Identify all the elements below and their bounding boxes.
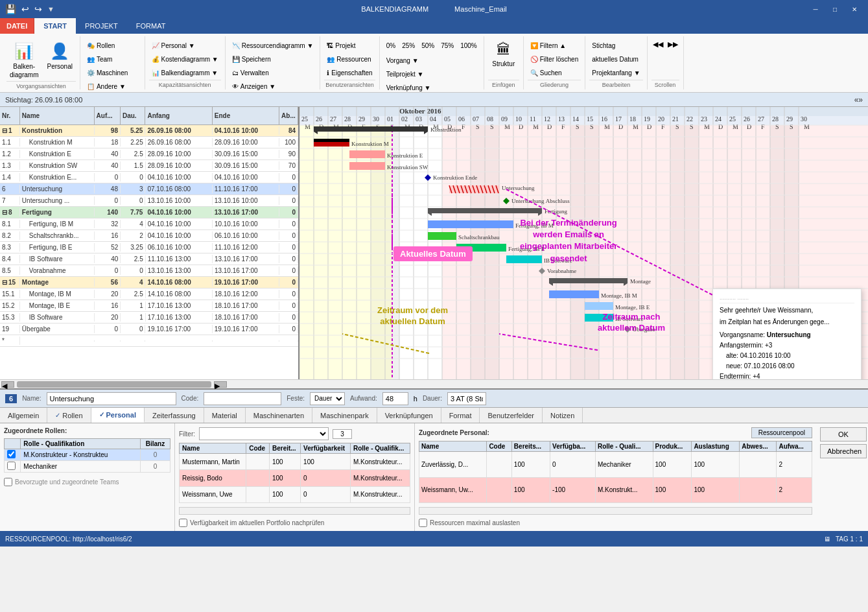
panel-tab-rollen[interactable]: ✓ Rollen bbox=[47, 408, 91, 423]
table-row[interactable]: 8.4 IB Software 40 2.5 11.10.16 13:00 13… bbox=[0, 253, 298, 265]
panel-tab-maschinenarten[interactable]: Maschinenarten bbox=[246, 408, 312, 423]
role-checkbox[interactable] bbox=[7, 462, 16, 470]
ressdiag-button[interactable]: 📉Ressourcendiagramm ▼ bbox=[229, 39, 316, 52]
pct50-button[interactable]: 50% bbox=[419, 39, 437, 52]
personal-kap-button[interactable]: 📈Personal ▼ bbox=[149, 39, 221, 52]
panel-tab-zeiterfassung[interactable]: Zeiterfassung bbox=[145, 408, 204, 423]
scroll-left-button[interactable]: ◀◀ bbox=[651, 39, 664, 50]
stichtag-button[interactable]: Stichtag bbox=[589, 39, 642, 52]
scroll-left-btn[interactable]: ◀ bbox=[1, 381, 14, 388]
role-row[interactable]: M.Konstrukteur - Konstrukteu 0 bbox=[5, 449, 170, 461]
table-row[interactable]: 19 Übergabe 0 0 19.10.16 17:00 19.10.16 … bbox=[0, 324, 298, 335]
personnel-row[interactable]: Weissmann, Uwe 100 0 M.Konstrukteur... bbox=[180, 486, 410, 502]
ressourcenpool-button[interactable]: Ressourcenpool bbox=[751, 427, 812, 438]
table-row[interactable]: 8.5 Vorabnahme 0 0 13.10.16 13:00 13.10.… bbox=[0, 265, 298, 277]
speichern-button[interactable]: 💾Speichern bbox=[229, 53, 316, 65]
table-row[interactable]: ⊟1 Konstruktion 98 5.25 26.09.16 08:00 0… bbox=[0, 125, 298, 137]
vorgang-button[interactable]: Vorgang ▼ bbox=[384, 54, 480, 67]
team-button[interactable]: 👥Team bbox=[84, 53, 130, 65]
format-tab[interactable]: FORMAT bbox=[127, 18, 175, 34]
gantt-scrollbar[interactable]: ◀ ▶ bbox=[0, 379, 868, 388]
andere-button[interactable]: 📋Andere ▼ bbox=[84, 80, 130, 92]
table-row[interactable]: 1.1 Konstruktion M 18 2.25 26.09.16 08:0… bbox=[0, 137, 298, 148]
pct100-button[interactable]: 100% bbox=[458, 39, 480, 52]
pct75-button[interactable]: 75% bbox=[438, 39, 456, 52]
panel-tab-allgemein[interactable]: Allgemein bbox=[0, 408, 47, 423]
personnel-row[interactable]: Reissig, Bodo 100 0 M.Konstrukteur... bbox=[180, 470, 410, 486]
table-row[interactable]: 15.3 IB Software 20 1 17.10.16 13:00 18.… bbox=[0, 312, 298, 324]
suchen-button[interactable]: 🔍Suchen bbox=[528, 66, 581, 79]
teams-checkbox[interactable] bbox=[4, 478, 12, 486]
filterloschen-button[interactable]: 🚫Filter löschen bbox=[528, 53, 581, 65]
collapse-button[interactable]: «» bbox=[854, 95, 863, 104]
scroll-right-btn[interactable]: ▶ bbox=[214, 381, 227, 388]
ressourcen-maximal-checkbox[interactable] bbox=[419, 519, 427, 527]
aufwand-input[interactable] bbox=[382, 392, 408, 405]
anzeigen-button[interactable]: 👁Anzeigen ▼ bbox=[229, 80, 316, 92]
table-row[interactable]: 7 Untersuchung ... 0 0 13.10.16 10:00 13… bbox=[0, 195, 298, 207]
code-input[interactable] bbox=[204, 392, 281, 405]
balken-kap-button[interactable]: 📊Balkendiagramm ▼ bbox=[149, 66, 221, 79]
table-row[interactable]: 1.3 Konstruktion SW 40 1.5 28.09.16 10:0… bbox=[0, 160, 298, 172]
kosten-button[interactable]: 💰Kostendiagramm ▼ bbox=[149, 53, 221, 65]
filtern-button[interactable]: 🔽Filtern ▲ bbox=[528, 39, 581, 52]
dauer-input[interactable] bbox=[447, 392, 486, 405]
pct0-button[interactable]: 0% bbox=[384, 39, 398, 52]
start-tab[interactable]: START bbox=[34, 18, 76, 34]
projektanfang-button[interactable]: Projektanfang ▼ bbox=[589, 66, 642, 79]
expand-icon[interactable]: ⊟ bbox=[2, 209, 7, 216]
panel-tab-benutzerfelder[interactable]: Benutzerfelder bbox=[480, 408, 543, 423]
abbrechen-button[interactable]: Abbrechen bbox=[820, 444, 867, 458]
role-row[interactable]: Mechaniker 0 bbox=[5, 461, 170, 473]
table-row[interactable]: 15.2 Montage, IB E 16 1 17.10.16 13:00 1… bbox=[0, 300, 298, 312]
personnel-scrollbar[interactable] bbox=[179, 507, 410, 515]
maschinen-button[interactable]: ⚙️Maschinen bbox=[84, 66, 130, 79]
expand-icon[interactable]: ⊟ bbox=[2, 127, 7, 134]
projekt-tab[interactable]: PROJEKT bbox=[76, 18, 127, 34]
personnel-row[interactable]: Mustermann, Martin 100 100 M.Konstrukteu… bbox=[180, 454, 410, 470]
teilprojekt-button[interactable]: Teilprojekt ▼ bbox=[384, 67, 480, 80]
assigned-row[interactable]: Weissmann, Uw... 100 -100 M.Konstrukt...… bbox=[419, 477, 812, 503]
assigned-scrollbar[interactable] bbox=[419, 507, 812, 515]
aktdatum-button[interactable]: aktuelles Datum bbox=[589, 53, 642, 65]
panel-tab-verknüpfungen[interactable]: Verknüpfungen bbox=[377, 408, 441, 423]
ok-button[interactable]: OK bbox=[820, 427, 867, 441]
close-button[interactable]: ✕ bbox=[846, 3, 863, 15]
minimize-button[interactable]: ─ bbox=[807, 3, 824, 15]
pct25-button[interactable]: 25% bbox=[399, 39, 417, 52]
table-row[interactable]: 1.2 Konstruktion E 40 2.5 28.09.16 10:00… bbox=[0, 148, 298, 160]
panel-tab-maschinenpark[interactable]: Maschinenpark bbox=[312, 408, 377, 423]
filter-select[interactable] bbox=[199, 427, 329, 440]
task-name-input[interactable] bbox=[47, 392, 176, 405]
table-row[interactable]: 8.3 Fertigung, IB E 52 3.25 06.10.16 10:… bbox=[0, 242, 298, 253]
datei-tab[interactable]: DATEI bbox=[0, 18, 34, 34]
projekt-button[interactable]: 🏗Projekt bbox=[324, 39, 375, 52]
table-row[interactable]: 1.4 Konstruktion E... 0 0 04.10.16 10:00… bbox=[0, 172, 298, 183]
ressourcen-button[interactable]: 👥Ressourcen bbox=[324, 53, 375, 65]
assigned-row[interactable]: Zuverlässig, D... 100 0 Mechaniker 100 1… bbox=[419, 452, 812, 478]
eigenschaften-button[interactable]: ℹEigenschaften bbox=[324, 66, 375, 79]
verfugbarkeit-checkbox[interactable] bbox=[179, 519, 187, 527]
table-row[interactable]: 15.1 Montage, IB M 20 2.5 14.10.16 08:00… bbox=[0, 288, 298, 300]
table-row[interactable]: 8.2 Schaltschrankb... 16 2 04.10.16 10:0… bbox=[0, 230, 298, 242]
role-checkbox[interactable] bbox=[7, 450, 16, 458]
panel-tab-notizen[interactable]: Notizen bbox=[543, 408, 583, 423]
scroll-thumb[interactable] bbox=[17, 381, 211, 388]
table-row[interactable]: ⊟8 Fertigung 140 7.75 04.10.16 10:00 13.… bbox=[0, 207, 298, 218]
struktur-button[interactable]: 🏛 Struktur bbox=[488, 39, 519, 70]
balkendiagramm-button[interactable]: 📊 Balken-diagramm bbox=[6, 39, 41, 81]
scroll-right-button[interactable]: ▶▶ bbox=[666, 39, 679, 50]
personal-large-button[interactable]: 👤 Personal bbox=[43, 39, 75, 73]
table-row[interactable]: 6 Untersuchung 48 3 07.10.16 08:00 11.10… bbox=[0, 183, 298, 195]
expand-icon[interactable]: ⊟ bbox=[2, 279, 7, 286]
table-row[interactable]: * bbox=[0, 335, 298, 347]
maximize-button[interactable]: □ bbox=[827, 3, 843, 15]
verknupfung-button[interactable]: Verknüpfung ▼ bbox=[384, 81, 480, 92]
feste-select[interactable]: Dauer bbox=[310, 392, 345, 405]
panel-tab-format[interactable]: Format bbox=[441, 408, 480, 423]
panel-tab-personal[interactable]: ✓ Personal bbox=[91, 408, 145, 423]
rollen-button[interactable]: 🎭Rollen bbox=[84, 39, 130, 52]
table-row[interactable]: 8.1 Fertigung, IB M 32 4 04.10.16 10:00 … bbox=[0, 218, 298, 230]
table-row[interactable]: ⊟15 Montage 56 4 14.10.16 08:00 19.10.16… bbox=[0, 277, 298, 288]
verwalten-button[interactable]: 🗂Verwalten bbox=[229, 66, 316, 79]
